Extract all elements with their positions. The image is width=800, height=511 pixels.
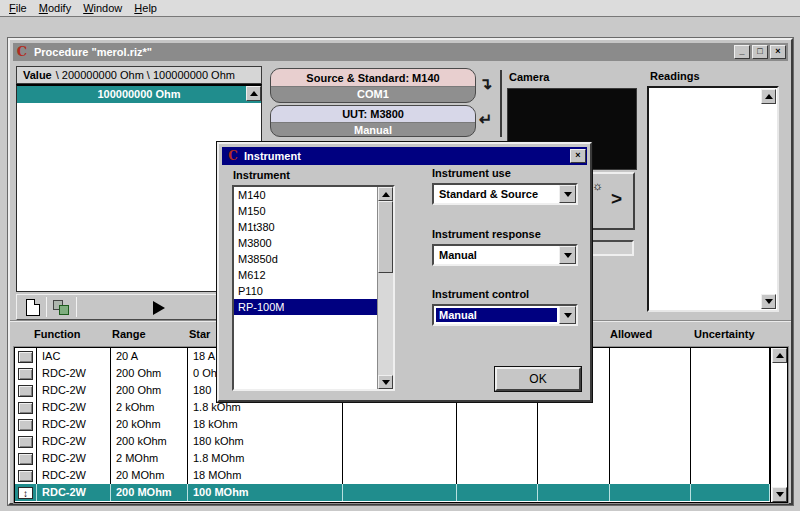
maximize-button[interactable]: □ <box>752 45 768 59</box>
instrument-control-dropdown[interactable]: Manual <box>432 304 578 326</box>
instrument-item[interactable]: M612 <box>234 267 377 283</box>
value-header: Value \ 200000000 Ohm \ 100000000 Ohm <box>16 66 262 84</box>
table-cell: RDC-2W <box>37 365 111 382</box>
list-scroll-down-button[interactable] <box>378 375 393 389</box>
app-logo-icon: C <box>15 45 29 59</box>
source-standard-group: Source & Standard: M140 COM1 <box>270 68 476 103</box>
scrollbar-thumb[interactable] <box>378 201 393 273</box>
value-header-label: Value <box>23 69 52 81</box>
row-selector-cell <box>15 433 37 450</box>
ok-button[interactable]: OK <box>495 367 581 391</box>
instrument-list[interactable]: M140M150M1t380M3800M3850dM612P110RP-100M <box>232 185 395 391</box>
table-row[interactable]: RDC-2W200 kOhm180 kOhm <box>15 433 770 450</box>
row-checkbox[interactable] <box>18 453 33 465</box>
scroll-up-icon <box>382 192 390 197</box>
instrument-use-dropdown[interactable]: Standard & Source <box>432 183 578 205</box>
new-document-icon[interactable] <box>26 299 40 316</box>
current-row-marker-icon[interactable]: ↕ <box>18 487 33 499</box>
dialog-titlebar[interactable]: C Instrument × <box>222 147 587 165</box>
table-cell <box>610 348 691 365</box>
uut-button[interactable]: UUT: M3800 <box>271 106 475 123</box>
table-cell <box>457 450 538 467</box>
column-header: Allowed <box>610 328 652 340</box>
menu-item-file[interactable]: File <box>9 2 27 14</box>
source-standard-button[interactable]: Source & Standard: M140 <box>271 69 475 87</box>
copy-icon[interactable] <box>53 300 71 316</box>
table-cell <box>457 416 538 433</box>
play-icon[interactable] <box>153 301 165 315</box>
panel-divider <box>500 70 502 137</box>
table-cell: 2 MOhm <box>111 450 188 467</box>
chevron-down-icon <box>564 253 572 258</box>
instrument-item[interactable]: M150 <box>234 203 377 219</box>
row-checkbox[interactable] <box>18 368 33 380</box>
instrument-item[interactable]: M3850d <box>234 251 377 267</box>
row-selector-cell <box>15 348 37 365</box>
table-row[interactable]: RDC-2W20 MOhm18 MOhm <box>15 467 770 484</box>
camera-label: Camera <box>509 71 549 83</box>
menu-item-help[interactable]: Help <box>134 2 157 14</box>
window-titlebar[interactable]: C Procedure "merol.riz*" _ □ × <box>13 43 788 61</box>
next-button[interactable]: > <box>611 188 622 210</box>
table-scrollbar[interactable] <box>770 348 787 502</box>
table-cell: RDC-2W <box>37 433 111 450</box>
dropdown-button[interactable] <box>559 306 576 324</box>
instrument-response-dropdown[interactable]: Manual <box>432 244 578 266</box>
table-cell: 200 Ohm <box>111 382 188 399</box>
row-checkbox[interactable] <box>18 470 33 482</box>
arrow-to-uut-icon: ↴ <box>479 74 492 93</box>
dialog-controls: × <box>570 149 587 163</box>
table-row[interactable]: RDC-2W2 MOhm1.8 MOhm <box>15 450 770 467</box>
instrument-dialog: C Instrument × Instrument M140M150M1t380… <box>217 142 592 402</box>
table-cell <box>343 450 457 467</box>
table-cell: RDC-2W <box>37 416 111 433</box>
instrument-item[interactable]: M3800 <box>234 235 377 251</box>
table-scroll-up-button[interactable] <box>772 348 787 363</box>
instrument-item[interactable]: M140 <box>234 187 377 203</box>
readings-scroll-up-button[interactable] <box>761 89 776 104</box>
row-checkbox[interactable] <box>18 385 33 397</box>
instrument-response-label: Instrument response <box>432 228 541 240</box>
row-checkbox[interactable] <box>18 419 33 431</box>
close-button[interactable]: × <box>770 45 786 59</box>
list-scroll-up-button[interactable] <box>378 187 393 201</box>
value-scroll-up-button[interactable] <box>246 86 261 101</box>
instrument-item[interactable]: P110 <box>234 283 377 299</box>
window-title: Procedure "merol.riz*" <box>34 46 152 58</box>
menu-item-modify[interactable]: Modify <box>39 2 71 14</box>
row-checkbox[interactable] <box>18 436 33 448</box>
table-cell: 20 kOhm <box>111 416 188 433</box>
table-cell: 20 MOhm <box>111 467 188 484</box>
readings-list[interactable] <box>647 86 779 312</box>
table-cell <box>691 365 770 382</box>
readings-scroll-down-button[interactable] <box>761 294 776 309</box>
table-cell: RDC-2W <box>37 467 111 484</box>
menu-item-window[interactable]: Window <box>83 2 122 14</box>
dialog-close-button[interactable]: × <box>570 149 586 163</box>
table-row[interactable]: RDC-2W20 kOhm18 kOhm <box>15 416 770 433</box>
row-checkbox[interactable] <box>18 351 33 363</box>
scroll-up-icon <box>776 353 784 358</box>
table-row[interactable]: ↕RDC-2W200 MOhm100 MOhm <box>15 484 770 501</box>
table-cell: RDC-2W <box>37 382 111 399</box>
table-cell <box>691 467 770 484</box>
table-cell <box>610 399 691 416</box>
table-cell <box>610 450 691 467</box>
table-cell <box>610 467 691 484</box>
table-scroll-down-button[interactable] <box>772 487 787 502</box>
brightness-icon: ☼ <box>592 179 603 193</box>
instrument-list-scrollbar[interactable] <box>377 187 393 389</box>
dropdown-button[interactable] <box>559 185 576 203</box>
instrument-item[interactable]: RP-100M <box>234 299 377 315</box>
table-cell <box>343 467 457 484</box>
scroll-up-icon <box>250 91 258 96</box>
table-cell: IAC <box>37 348 111 365</box>
value-list-item[interactable]: 100000000 Ohm <box>17 86 261 103</box>
scroll-down-icon <box>382 380 390 385</box>
table-cell <box>538 467 610 484</box>
minimize-button[interactable]: _ <box>734 45 750 59</box>
instrument-item[interactable]: M1t380 <box>234 219 377 235</box>
dropdown-button[interactable] <box>559 246 576 264</box>
row-checkbox[interactable] <box>18 402 33 414</box>
column-header: Star <box>189 328 210 340</box>
